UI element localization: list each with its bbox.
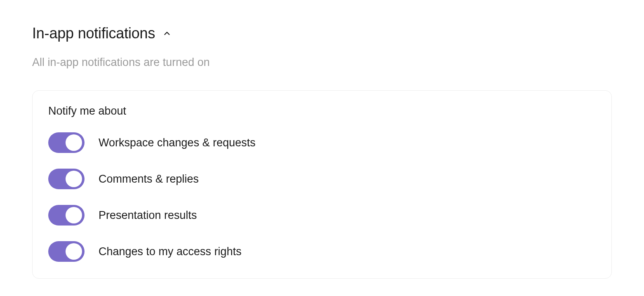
toggle-row-workspace: Workspace changes & requests (48, 132, 596, 153)
toggle-knob (66, 171, 82, 187)
toggle-presentation-results[interactable] (48, 205, 85, 226)
section-title: In-app notifications (32, 25, 155, 42)
toggle-knob (66, 134, 82, 151)
toggle-access-rights[interactable] (48, 241, 85, 262)
section-subtitle: All in-app notifications are turned on (32, 56, 612, 69)
toggle-row-access: Changes to my access rights (48, 241, 596, 262)
toggle-label: Changes to my access rights (99, 245, 242, 258)
panel-heading: Notify me about (48, 105, 596, 117)
toggle-workspace-changes[interactable] (48, 132, 85, 153)
section-header[interactable]: In-app notifications (32, 25, 612, 42)
toggle-comments-replies[interactable] (48, 169, 85, 189)
notifications-panel: Notify me about Workspace changes & requ… (32, 90, 612, 279)
toggle-row-comments: Comments & replies (48, 169, 596, 189)
toggle-label: Presentation results (99, 209, 197, 222)
chevron-up-icon (162, 29, 172, 38)
toggle-row-presentation: Presentation results (48, 205, 596, 226)
toggle-label: Comments & replies (99, 173, 199, 186)
toggle-knob (66, 207, 82, 223)
toggle-knob (66, 243, 82, 260)
toggle-label: Workspace changes & requests (99, 136, 256, 149)
